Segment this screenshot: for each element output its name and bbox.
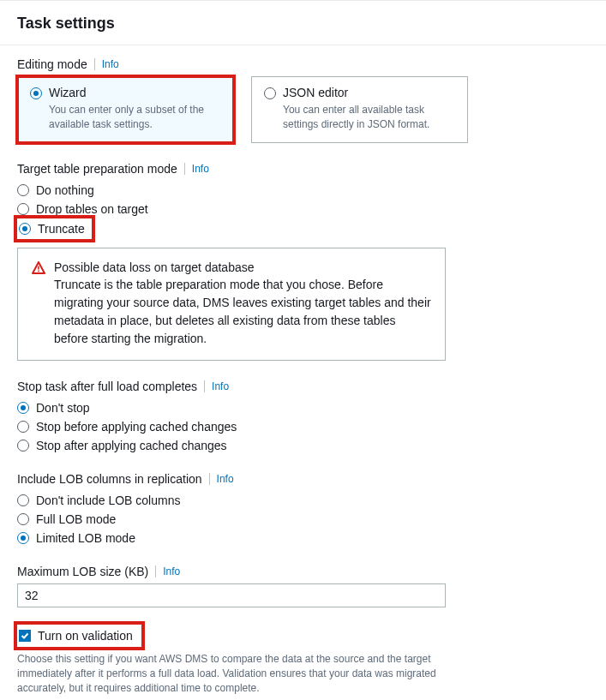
radio-icon <box>17 532 29 544</box>
radio-icon <box>17 402 29 414</box>
radio-limited-lob-label: Limited LOB mode <box>36 531 135 545</box>
tile-wizard-title: Wizard <box>49 86 87 99</box>
editing-mode-label-row: Editing mode Info <box>17 57 589 71</box>
radio-dont-include-lob[interactable]: Don't include LOB columns <box>17 491 589 510</box>
radio-icon <box>17 203 29 215</box>
radio-truncate-label: Truncate <box>38 222 85 236</box>
lob-section: Include LOB columns in replication Info … <box>17 472 589 547</box>
radio-icon <box>17 494 29 506</box>
radio-stop-after[interactable]: Stop after applying cached changes <box>17 436 589 455</box>
radio-stop-after-label: Stop after applying cached changes <box>36 439 227 452</box>
radio-do-nothing-label: Do nothing <box>36 183 94 197</box>
alert-content: Possible data loss on target database Tr… <box>54 260 431 348</box>
tile-wizard[interactable]: Wizard You can enter only a subset of th… <box>17 76 234 143</box>
editing-mode-section: Editing mode Info Wizard You can enter o… <box>17 57 589 143</box>
radio-truncate[interactable]: Truncate <box>17 218 92 239</box>
alert-title: Possible data loss on target database <box>54 260 431 274</box>
checkbox-validation-label: Turn on validation <box>38 629 133 643</box>
radio-limited-lob[interactable]: Limited LOB mode <box>17 529 589 547</box>
lob-label: Include LOB columns in replication <box>17 472 202 486</box>
stop-task-info-link[interactable]: Info <box>204 380 229 392</box>
stop-task-label-row: Stop task after full load completes Info <box>17 380 589 393</box>
tile-json-desc: You can enter all available task setting… <box>283 103 455 132</box>
radio-stop-before-label: Stop before applying cached changes <box>36 420 237 434</box>
max-lob-input[interactable] <box>17 583 446 607</box>
max-lob-label: Maximum LOB size (KB) <box>17 565 148 578</box>
tile-json-editor[interactable]: JSON editor You can enter all available … <box>251 76 468 143</box>
radio-drop-tables[interactable]: Drop tables on target <box>17 200 589 218</box>
content: Editing mode Info Wizard You can enter o… <box>0 45 606 700</box>
radio-icon <box>19 223 31 235</box>
svg-rect-1 <box>38 270 39 272</box>
radio-do-nothing[interactable]: Do nothing <box>17 181 589 200</box>
radio-dont-stop[interactable]: Don't stop <box>17 398 589 417</box>
checkbox-validation[interactable]: Turn on validation <box>19 629 133 643</box>
radio-full-lob-label: Full LOB mode <box>36 512 116 526</box>
lob-info-link[interactable]: Info <box>209 473 234 485</box>
lob-radio-group: Don't include LOB columns Full LOB mode … <box>17 491 589 547</box>
editing-mode-label: Editing mode <box>17 57 87 71</box>
radio-stop-before[interactable]: Stop before applying cached changes <box>17 417 589 436</box>
validation-highlight: Turn on validation <box>17 625 141 647</box>
radio-icon <box>17 421 29 433</box>
max-lob-info-link[interactable]: Info <box>155 565 180 577</box>
tile-wizard-desc: You can enter only a subset of the avail… <box>49 103 221 132</box>
page-title: Task settings <box>17 15 589 33</box>
radio-icon <box>17 513 29 525</box>
stop-task-section: Stop task after full load completes Info… <box>17 380 589 455</box>
target-prep-info-link[interactable]: Info <box>184 163 209 175</box>
validation-help: Choose this setting if you want AWS DMS … <box>17 652 437 697</box>
target-prep-section: Target table preparation mode Info Do no… <box>17 162 589 361</box>
stop-task-radio-group: Don't stop Stop before applying cached c… <box>17 398 589 455</box>
target-prep-label-row: Target table preparation mode Info <box>17 162 589 176</box>
target-prep-radio-group: Do nothing Drop tables on target Truncat… <box>17 181 589 239</box>
data-loss-alert: Possible data loss on target database Tr… <box>17 248 446 361</box>
section-header: Task settings <box>0 0 606 45</box>
radio-icon <box>17 440 29 452</box>
radio-dont-stop-label: Don't stop <box>36 401 90 415</box>
stop-task-label: Stop task after full load completes <box>17 380 197 393</box>
validation-section: Turn on validation Choose this setting i… <box>17 625 589 697</box>
target-prep-label: Target table preparation mode <box>17 162 177 176</box>
radio-dont-include-lob-label: Don't include LOB columns <box>36 494 180 507</box>
radio-icon <box>17 184 29 196</box>
editing-mode-tiles: Wizard You can enter only a subset of th… <box>17 76 589 143</box>
alert-body: Truncate is the table preparation mode t… <box>54 276 431 348</box>
max-lob-section: Maximum LOB size (KB) Info <box>17 565 589 607</box>
radio-drop-tables-label: Drop tables on target <box>36 202 148 216</box>
radio-icon <box>264 87 276 99</box>
checkbox-icon <box>19 630 31 642</box>
svg-rect-0 <box>38 266 39 269</box>
max-lob-label-row: Maximum LOB size (KB) Info <box>17 565 589 578</box>
radio-full-lob[interactable]: Full LOB mode <box>17 510 589 529</box>
tile-json-title: JSON editor <box>283 86 348 99</box>
radio-icon <box>30 87 42 99</box>
lob-label-row: Include LOB columns in replication Info <box>17 472 589 486</box>
warning-icon <box>32 261 45 348</box>
editing-mode-info-link[interactable]: Info <box>94 58 119 70</box>
